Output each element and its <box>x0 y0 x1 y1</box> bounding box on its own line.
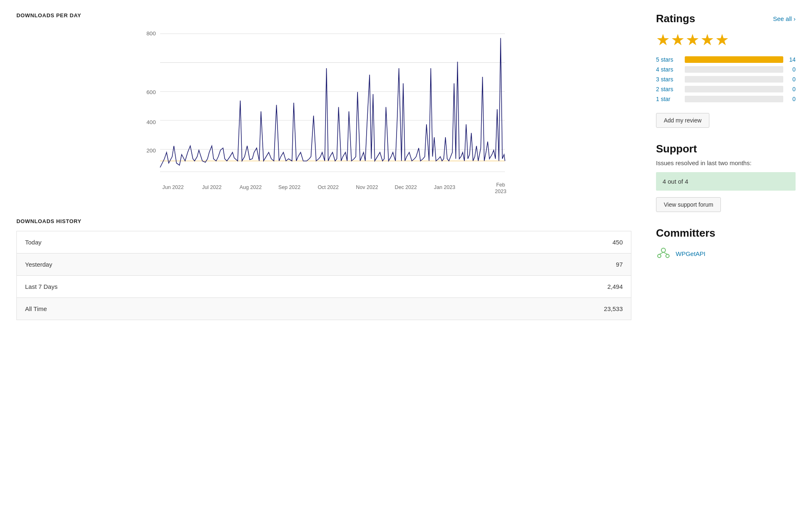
history-table-row: Today450 <box>17 231 631 253</box>
rating-label[interactable]: 4 stars <box>656 66 681 73</box>
rating-bar-bg <box>685 76 783 83</box>
rating-label[interactable]: 3 stars <box>656 76 681 83</box>
rating-count: 0 <box>787 76 796 83</box>
stars-display: ★★★★★ <box>656 31 796 49</box>
committer-icon <box>656 246 671 261</box>
svg-text:Oct 2022: Oct 2022 <box>318 184 339 190</box>
svg-text:600: 600 <box>147 89 156 95</box>
rating-row: 4 stars 0 <box>656 66 796 73</box>
history-table: Today450Yesterday97Last 7 Days2,494All T… <box>16 231 631 320</box>
svg-text:Sep 2022: Sep 2022 <box>278 184 300 190</box>
history-value: 97 <box>374 253 631 276</box>
svg-text:800: 800 <box>147 30 156 37</box>
downloads-history-title: DOWNLOADS HISTORY <box>16 218 631 224</box>
history-label: All Time <box>17 298 374 320</box>
rating-count: 0 <box>787 66 796 73</box>
rating-bar-fill <box>685 56 783 63</box>
history-value: 23,533 <box>374 298 631 320</box>
svg-line-25 <box>663 252 667 254</box>
committer-row: WPGetAPI <box>656 246 796 261</box>
support-resolved-badge: 4 out of 4 <box>656 172 796 191</box>
rating-label[interactable]: 5 stars <box>656 56 681 63</box>
svg-text:Nov 2022: Nov 2022 <box>356 184 378 190</box>
downloads-chart: 800 600 400 200 Jun 2022 Jul 2022 Aug 20… <box>16 25 631 198</box>
add-review-button[interactable]: Add my review <box>656 113 709 128</box>
svg-point-23 <box>666 254 669 258</box>
history-value: 450 <box>374 231 631 253</box>
view-support-forum-button[interactable]: View support forum <box>656 197 721 212</box>
downloads-history-section: DOWNLOADS HISTORY Today450Yesterday97Las… <box>16 218 631 320</box>
rating-row: 5 stars 14 <box>656 56 796 63</box>
svg-text:Jul 2022: Jul 2022 <box>202 184 222 190</box>
svg-text:Dec 2022: Dec 2022 <box>395 184 417 190</box>
ratings-section: Ratings See all › ★★★★★ 5 stars 14 4 sta… <box>656 12 796 128</box>
svg-text:Feb: Feb <box>496 182 505 188</box>
history-table-row: Yesterday97 <box>17 253 631 276</box>
rating-bar-bg <box>685 66 783 73</box>
history-label: Today <box>17 231 374 253</box>
svg-text:200: 200 <box>147 147 156 154</box>
svg-point-21 <box>661 248 665 252</box>
rating-row: 1 star 0 <box>656 96 796 102</box>
committer-link[interactable]: WPGetAPI <box>676 250 706 257</box>
downloads-chart-title: DOWNLOADS PER DAY <box>16 12 631 18</box>
rating-label[interactable]: 1 star <box>656 96 681 102</box>
svg-text:Jun 2022: Jun 2022 <box>163 184 184 190</box>
svg-point-22 <box>658 254 661 258</box>
rating-row: 3 stars 0 <box>656 76 796 83</box>
svg-text:Jan 2023: Jan 2023 <box>434 184 455 190</box>
ratings-title: Ratings <box>656 12 695 25</box>
rating-label[interactable]: 2 stars <box>656 86 681 92</box>
history-label: Yesterday <box>17 253 374 276</box>
svg-text:400: 400 <box>147 120 156 126</box>
rating-count: 0 <box>787 86 796 92</box>
support-title: Support <box>656 143 796 155</box>
committers-section: Committers WPGetAPI <box>656 227 796 261</box>
rating-bar-bg <box>685 56 783 63</box>
support-section: Support Issues resolved in last two mont… <box>656 143 796 212</box>
svg-text:Aug 2022: Aug 2022 <box>240 184 262 190</box>
rating-count: 14 <box>787 56 796 63</box>
svg-line-24 <box>659 252 663 254</box>
support-subtitle: Issues resolved in last two months: <box>656 159 796 166</box>
history-value: 2,494 <box>374 276 631 298</box>
history-label: Last 7 Days <box>17 276 374 298</box>
history-table-row: Last 7 Days2,494 <box>17 276 631 298</box>
rating-bar-bg <box>685 86 783 92</box>
see-all-link[interactable]: See all › <box>773 15 796 22</box>
committers-title: Committers <box>656 227 796 240</box>
history-table-row: All Time23,533 <box>17 298 631 320</box>
svg-text:2023: 2023 <box>495 189 506 195</box>
rating-row: 2 stars 0 <box>656 86 796 92</box>
rating-bar-bg <box>685 96 783 102</box>
rating-count: 0 <box>787 96 796 102</box>
